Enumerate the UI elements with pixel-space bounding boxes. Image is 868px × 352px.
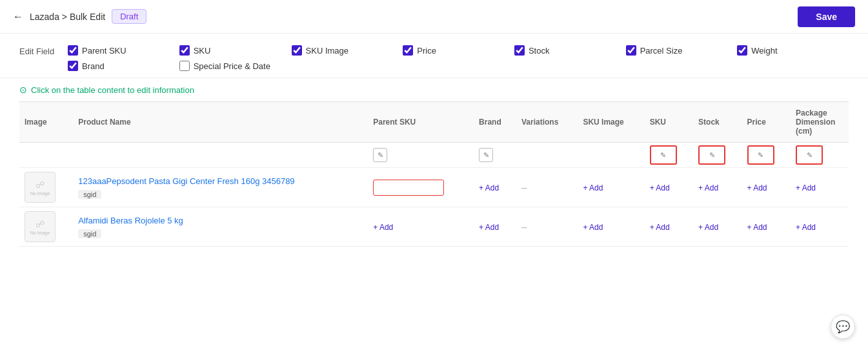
icon-cell-sku: ✎ <box>645 143 693 168</box>
icon-cell-price: ✎ <box>742 143 791 168</box>
icon-cell-sku-image <box>578 143 644 168</box>
checkbox-brand-input[interactable] <box>68 61 78 71</box>
col-variations: Variations <box>516 102 578 143</box>
row1-sku-image-add[interactable]: + Add <box>583 183 603 192</box>
col-stock: Stock <box>693 102 742 143</box>
edit-icon-stock[interactable]: ✎ <box>705 148 719 162</box>
row2-sku-add[interactable]: + Add <box>650 223 670 232</box>
main-table: Image Product Name Parent SKU Brand Vari… <box>19 101 849 247</box>
icon-cell-variations <box>516 143 578 168</box>
edit-icon-sku[interactable]: ✎ <box>656 148 671 162</box>
row1-price-cell[interactable]: + Add <box>742 168 791 207</box>
edit-icon-price[interactable]: ✎ <box>754 148 768 162</box>
row1-parent-sku-cell[interactable] <box>368 168 474 207</box>
checkbox-price[interactable]: Price <box>403 45 514 56</box>
table-row: ☍ No Image 123aaaPepsodent Pasta Gigi Ce… <box>19 168 849 207</box>
row2-sku-cell[interactable]: + Add <box>645 207 693 247</box>
checkbox-parent-sku[interactable]: Parent SKU <box>68 45 179 56</box>
checkbox-parent-sku-input[interactable] <box>68 45 78 56</box>
chat-icon: 💬 <box>836 320 850 334</box>
row1-brand-cell[interactable]: + Add <box>474 168 516 207</box>
info-icon: ⊙ <box>19 85 27 95</box>
checkbox-parcel-size-input[interactable] <box>626 45 636 56</box>
row2-stock-add[interactable]: + Add <box>698 223 718 232</box>
checkbox-sku-input[interactable] <box>179 45 190 56</box>
chat-button[interactable]: 💬 <box>831 315 855 339</box>
edit-icon-brand[interactable]: ✎ <box>479 148 493 162</box>
row1-price-add[interactable]: + Add <box>747 183 767 192</box>
row1-brand-add[interactable]: + Add <box>479 183 499 192</box>
checkbox-sku-image-input[interactable] <box>292 45 302 56</box>
checkbox-stock[interactable]: Stock <box>514 45 626 56</box>
checkbox-stock-label: Stock <box>529 46 550 56</box>
row1-stock-add[interactable]: + Add <box>698 183 718 192</box>
row2-brand-add[interactable]: + Add <box>479 223 499 232</box>
row2-stock-cell[interactable]: + Add <box>693 207 742 247</box>
checkboxes-grid: Parent SKU SKU SKU Image Price Stock Par… <box>68 45 849 71</box>
row1-product-name: 123aaaPepsodent Pasta Gigi Center Fresh … <box>78 176 363 187</box>
edit-field-label: Edit Field <box>19 45 68 56</box>
row1-parent-sku-input[interactable] <box>373 180 444 196</box>
col-product-name: Product Name <box>73 102 368 143</box>
row2-parent-sku-add[interactable]: + Add <box>373 223 393 232</box>
checkbox-weight[interactable]: Weight <box>737 45 849 56</box>
breadcrumb: Lazada > Bulk Edit <box>30 12 105 22</box>
row1-sku-cell[interactable]: + Add <box>645 168 693 207</box>
row2-product-name: Alfamidi Beras Rojolele 5 kg <box>78 215 363 227</box>
row2-no-image: ☍ No Image <box>25 211 56 242</box>
draft-badge: Draft <box>112 9 146 24</box>
checkbox-special-price[interactable]: Special Price & Date <box>179 61 292 71</box>
checkbox-sku[interactable]: SKU <box>179 45 292 56</box>
col-sku: SKU <box>645 102 693 143</box>
row1-variations: -- <box>521 183 527 192</box>
table-wrapper: Image Product Name Parent SKU Brand Vari… <box>0 101 868 247</box>
checkbox-price-label: Price <box>417 46 436 56</box>
icon-cell-product-name <box>73 143 368 168</box>
checkbox-brand[interactable]: Brand <box>68 61 179 71</box>
checkbox-special-price-input[interactable] <box>179 61 190 71</box>
edit-icons-row: ✎ ✎ ✎ ✎ <box>19 143 849 168</box>
checkbox-stock-input[interactable] <box>514 45 525 56</box>
header: ← Lazada > Bulk Edit Draft Save <box>0 0 868 34</box>
row2-package-add[interactable]: + Add <box>796 223 816 232</box>
row1-image-cell: ☍ No Image <box>19 168 73 207</box>
no-image-label: No Image <box>30 231 50 235</box>
checkbox-parcel-size[interactable]: Parcel Size <box>626 45 738 56</box>
row2-package-cell[interactable]: + Add <box>791 207 849 247</box>
row2-price-add[interactable]: + Add <box>747 223 767 232</box>
row1-variations-cell: -- <box>516 168 578 207</box>
row2-brand-cell[interactable]: + Add <box>474 207 516 247</box>
col-image: Image <box>19 102 73 143</box>
col-price: Price <box>742 102 791 143</box>
no-image-label: No Image <box>30 191 50 196</box>
image-placeholder-icon: ☍ <box>35 180 45 190</box>
checkbox-sku-image-label: SKU Image <box>306 46 348 56</box>
table-row: ☍ No Image Alfamidi Beras Rojolele 5 kg … <box>19 207 849 247</box>
row1-no-image: ☍ No Image <box>25 172 56 203</box>
row2-sku-image-cell[interactable]: + Add <box>578 207 644 247</box>
checkbox-sku-image[interactable]: SKU Image <box>292 45 403 56</box>
row2-sku-image-add[interactable]: + Add <box>583 223 603 232</box>
row2-price-cell[interactable]: + Add <box>742 207 791 247</box>
col-sku-image: SKU Image <box>578 102 644 143</box>
row2-variations-cell: -- <box>516 207 578 247</box>
checkbox-weight-input[interactable] <box>737 45 747 56</box>
row2-image-cell: ☍ No Image <box>19 207 73 247</box>
row2-parent-sku-cell[interactable]: + Add <box>368 207 474 247</box>
row1-package-add[interactable]: + Add <box>796 183 816 192</box>
edit-icon-parent-sku[interactable]: ✎ <box>373 148 387 162</box>
row1-sku-add[interactable]: + Add <box>650 183 670 192</box>
image-placeholder-icon: ☍ <box>35 219 45 229</box>
checkbox-parcel-size-label: Parcel Size <box>640 46 683 56</box>
icon-cell-brand: ✎ <box>474 143 516 168</box>
row1-sku-image-cell[interactable]: + Add <box>578 168 644 207</box>
row1-package-cell[interactable]: + Add <box>791 168 849 207</box>
edit-icon-package[interactable]: ✎ <box>802 148 816 162</box>
save-button[interactable]: Save <box>798 6 855 27</box>
icon-cell-parent-sku: ✎ <box>368 143 474 168</box>
row2-sgid-badge: sgid <box>78 229 101 238</box>
row1-stock-cell[interactable]: + Add <box>693 168 742 207</box>
back-button[interactable]: ← <box>13 11 23 23</box>
checkbox-brand-label: Brand <box>82 61 105 71</box>
checkbox-price-input[interactable] <box>403 45 413 56</box>
